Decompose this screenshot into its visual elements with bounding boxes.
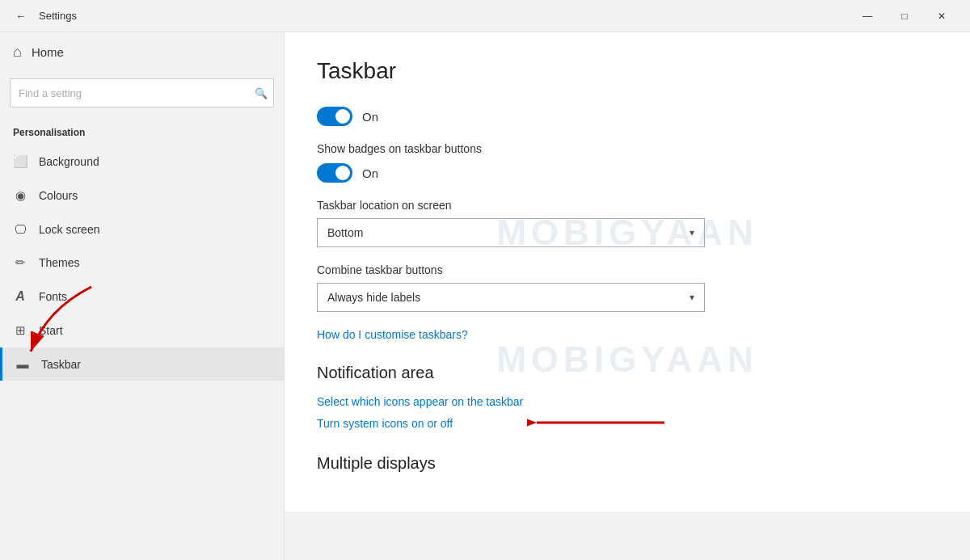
taskbar-icon: ▬ [15,357,30,371]
toggle1-row: On [317,107,938,126]
sidebar-item-start-label: Start [39,324,63,337]
toggle2-row: On [317,163,938,183]
minimize-button[interactable]: — [849,0,886,32]
chevron-down-icon: ▾ [690,227,694,238]
sidebar-item-fonts[interactable]: A Fonts [0,280,284,314]
page-title: Taskbar [317,58,938,84]
close-button[interactable]: ✕ [923,0,960,32]
combine-value: Always hide labels [327,291,420,304]
themes-icon: ✏ [13,255,27,270]
titlebar-title: Settings [39,10,77,22]
sidebar-item-themes-label: Themes [39,256,80,269]
sidebar-item-fonts-label: Fonts [39,290,67,303]
search-input[interactable] [10,78,274,107]
maximize-button[interactable]: □ [886,0,923,32]
colours-icon: ◉ [13,188,27,203]
arrow-annotation-2 [527,412,673,436]
sidebar-item-themes[interactable]: ✏ Themes [0,246,284,280]
notification-heading: Notification area [317,364,938,382]
sidebar-item-background[interactable]: ⬜ Background [0,145,284,179]
sidebar-item-lock-screen[interactable]: 🖵 Lock screen [0,213,284,246]
sidebar-item-colours[interactable]: ◉ Colours [0,179,284,213]
system-icons-row: Turn system icons on or off [317,417,453,438]
sidebar-item-background-label: Background [39,155,99,168]
multiple-displays-heading: Multiple displays [317,454,938,473]
badges-label: Show badges on taskbar buttons [317,142,938,155]
back-button[interactable]: ← [10,5,32,27]
chevron-down-icon-2: ▾ [690,292,694,303]
combine-dropdown[interactable]: Always hide labels ▾ [317,283,705,312]
content-wrapper: Taskbar On Show badges on taskbar button… [285,32,970,560]
sidebar-item-taskbar[interactable]: ▬ Taskbar [0,347,284,381]
start-icon: ⊞ [13,323,27,338]
toggle1-switch[interactable] [317,107,352,126]
sidebar: ⌂ Home 🔍 Personalisation ⬜ Background ◉ … [0,32,285,560]
search-icon: 🔍 [255,87,268,99]
main-layout: ⌂ Home 🔍 Personalisation ⬜ Background ◉ … [0,32,970,560]
toggle2-switch[interactable] [317,163,352,183]
combine-label: Combine taskbar buttons [317,263,938,276]
home-label: Home [32,45,64,59]
sidebar-item-home[interactable]: ⌂ Home [0,32,284,72]
search-box: 🔍 [10,78,274,107]
sidebar-item-start[interactable]: ⊞ Start [0,314,284,347]
customise-link[interactable]: How do I customise taskbars? [317,328,938,341]
location-value: Bottom [327,226,363,239]
toggle1-label: On [362,110,378,124]
titlebar: ← Settings — □ ✕ [0,0,970,32]
sidebar-item-taskbar-label: Taskbar [41,358,81,371]
sidebar-section-title: Personalisation [0,120,284,145]
toggle2-label: On [362,166,378,180]
sidebar-item-colours-label: Colours [39,189,78,202]
system-icons-link[interactable]: Turn system icons on or off [317,417,453,430]
lock-screen-icon: 🖵 [13,222,27,236]
location-dropdown[interactable]: Bottom ▾ [317,218,705,247]
icons-link[interactable]: Select which icons appear on the taskbar [317,395,938,408]
fonts-icon: A [13,289,27,304]
content-area: Taskbar On Show badges on taskbar button… [285,32,970,512]
home-icon: ⌂ [13,44,22,61]
window-controls: — □ ✕ [849,0,960,32]
sidebar-item-lock-screen-label: Lock screen [39,223,99,236]
location-label: Taskbar location on screen [317,199,938,212]
background-icon: ⬜ [13,154,27,169]
